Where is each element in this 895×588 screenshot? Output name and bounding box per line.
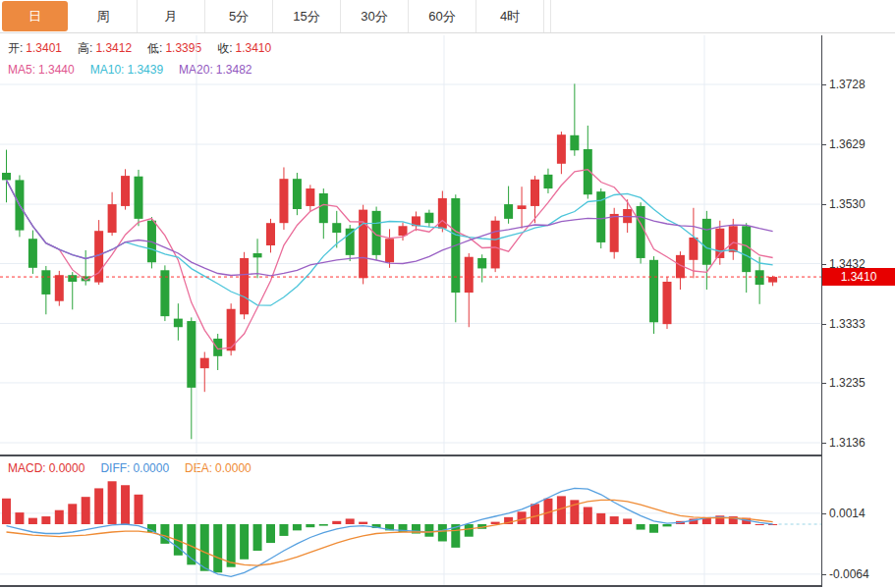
macd-tick-mark xyxy=(822,513,826,514)
macd-bar xyxy=(755,524,764,525)
tab-5min[interactable]: 5分 xyxy=(205,0,273,32)
price-tick-label: 1.3629 xyxy=(829,137,866,151)
candle xyxy=(306,185,314,211)
macd-chart xyxy=(0,458,821,585)
candle xyxy=(240,252,249,319)
price-tick-mark xyxy=(822,264,826,265)
candle xyxy=(200,352,209,393)
period-tab-bar: 日周月5分15分30分60分4时 xyxy=(0,0,895,33)
candle xyxy=(346,225,355,261)
candle xyxy=(41,266,50,314)
candle xyxy=(266,219,275,253)
candle xyxy=(135,170,143,226)
macd-bar xyxy=(596,513,605,524)
candle xyxy=(279,167,288,230)
candle xyxy=(438,191,447,233)
price-tick-mark xyxy=(822,144,826,145)
tab-60min[interactable]: 60分 xyxy=(409,0,476,32)
candle xyxy=(676,251,685,290)
macd-bar xyxy=(213,524,222,572)
macd-tick-mark xyxy=(822,574,826,575)
candle xyxy=(108,192,117,236)
macd-bar xyxy=(438,524,447,541)
candle xyxy=(2,150,11,203)
macd-bar xyxy=(424,524,433,537)
candle xyxy=(55,271,64,306)
macd-bar xyxy=(610,516,619,524)
candle xyxy=(543,169,552,193)
price-tick-label: 1.3728 xyxy=(829,78,866,91)
panel-separator xyxy=(0,454,821,456)
candle xyxy=(28,231,37,274)
candle xyxy=(518,187,527,229)
candle xyxy=(610,208,619,259)
candle xyxy=(359,205,367,285)
price-tick-mark xyxy=(822,383,826,384)
macd-bar xyxy=(623,518,632,524)
candle xyxy=(584,126,592,199)
tab-month[interactable]: 月 xyxy=(138,0,205,32)
macd-bar xyxy=(108,481,117,524)
macd-bar xyxy=(28,518,37,524)
candle xyxy=(689,208,698,279)
macd-bar xyxy=(94,488,103,524)
tab-day[interactable]: 日 xyxy=(2,1,68,31)
macd-bar xyxy=(465,524,474,537)
macd-tick-label: 0.0014 xyxy=(829,507,866,520)
macd-bar xyxy=(41,516,50,524)
macd-bar xyxy=(637,524,645,530)
macd-bar xyxy=(306,524,314,527)
price-axis: 1.3410 1.37281.36291.35301.34321.33331.3… xyxy=(821,35,895,587)
candle xyxy=(465,253,474,327)
macd-bar xyxy=(663,524,672,526)
macd-tick-label: -0.0064 xyxy=(829,567,869,581)
macd-bar xyxy=(293,524,302,530)
macd-bar xyxy=(279,524,288,536)
price-tick-mark xyxy=(822,443,826,444)
candle xyxy=(637,202,645,263)
candle xyxy=(557,132,566,174)
tab-15min[interactable]: 15分 xyxy=(273,0,341,32)
tab-week[interactable]: 周 xyxy=(70,0,138,32)
tab-bar-filler xyxy=(550,0,895,32)
candle xyxy=(477,254,486,282)
candle xyxy=(160,265,169,321)
macd-bar xyxy=(346,518,355,524)
trading-chart-app: 日周月5分15分30分60分4时 开:1.3401高:1.3412低:1.339… xyxy=(0,0,895,588)
candle xyxy=(68,272,77,309)
candle xyxy=(504,187,513,224)
macd-bar xyxy=(68,504,77,524)
candle xyxy=(451,194,460,322)
candle xyxy=(253,239,262,278)
candle xyxy=(663,277,672,329)
candle xyxy=(372,207,381,260)
tab-4hour[interactable]: 4时 xyxy=(476,0,544,32)
macd-bar xyxy=(531,504,539,524)
macd-bar xyxy=(121,485,130,524)
candle xyxy=(121,169,130,209)
candle xyxy=(174,303,183,341)
macd-bar xyxy=(135,495,143,524)
macd-bar xyxy=(584,508,592,524)
price-chart xyxy=(0,35,821,454)
candle xyxy=(213,334,222,370)
price-tick-label: 1.3432 xyxy=(829,257,866,271)
price-tick-label: 1.3235 xyxy=(829,376,866,390)
macd-bar xyxy=(227,524,236,567)
candle xyxy=(570,83,579,155)
macd-bar xyxy=(82,497,90,524)
candle xyxy=(424,210,433,228)
macd-bar xyxy=(266,524,275,543)
macd-bar xyxy=(240,524,249,560)
candle xyxy=(531,176,539,223)
macd-bar xyxy=(518,511,527,524)
candle xyxy=(293,173,302,215)
last-price-badge: 1.3410 xyxy=(822,268,895,286)
candle xyxy=(412,211,420,231)
price-tick-mark xyxy=(822,84,826,85)
macd-bar xyxy=(319,524,328,526)
tab-30min[interactable]: 30分 xyxy=(341,0,409,32)
candle xyxy=(491,216,500,272)
bottom-axis-line xyxy=(0,585,821,587)
macd-bar xyxy=(359,522,367,524)
